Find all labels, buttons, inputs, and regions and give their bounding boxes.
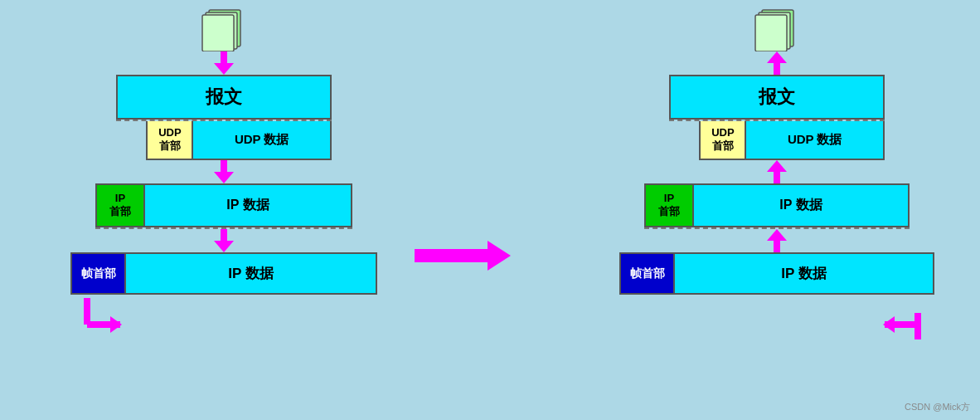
udp-header-left: UDP 首部 (148, 121, 193, 159)
svg-marker-25 (883, 316, 895, 333)
arrow-up-2-right (764, 160, 790, 183)
svg-marker-8 (214, 241, 234, 252)
svg-marker-6 (214, 172, 234, 183)
frame-data-left: IP 数据 (126, 254, 376, 293)
baoweng-layer-left: 报文 (116, 75, 332, 120)
ip-data-left-top: IP 数据 (145, 185, 351, 226)
svg-marker-19 (767, 160, 787, 172)
ip-header-right: IP 首部 (646, 185, 694, 226)
frame-header-right: 帧首部 (621, 254, 675, 293)
arrow-down-3-left (211, 229, 237, 252)
frame-layer-right: 帧首部 IP 数据 (619, 252, 934, 295)
bend-arrow-left (70, 298, 129, 339)
udp-data-right: UDP 数据 (746, 121, 883, 159)
svg-marker-11 (110, 316, 122, 333)
baoweng-layer-right: 报文 (669, 75, 885, 120)
svg-marker-17 (767, 51, 787, 63)
arrow-down-2-left (211, 160, 237, 183)
svg-marker-21 (767, 229, 787, 241)
svg-marker-4 (214, 63, 234, 75)
svg-rect-16 (755, 15, 787, 51)
doc-icon-right (754, 8, 800, 51)
arrow-up-1-right (764, 51, 790, 75)
svg-marker-13 (488, 241, 511, 271)
ip-header-left: IP 首部 (97, 185, 145, 226)
ip-layer-left: IP 首部 IP 数据 (95, 183, 352, 227)
arrow-down-1-left (211, 51, 237, 75)
svg-rect-12 (415, 249, 488, 262)
ip-data-right-top: IP 数据 (694, 185, 908, 226)
doc-icon-left (201, 8, 247, 51)
bend-arrow-right (876, 298, 934, 339)
udp-layer-right: UDP 首部 UDP 数据 (699, 121, 885, 160)
watermark: CSDN @Mick方 (905, 401, 970, 413)
frame-data-right: IP 数据 (675, 254, 933, 293)
svg-rect-2 (202, 15, 234, 51)
middle-arrow (415, 241, 514, 274)
frame-header-left: 帧首部 (72, 254, 126, 293)
udp-data-left: UDP 数据 (193, 121, 330, 159)
udp-header-right: UDP 首部 (701, 121, 746, 159)
arrow-up-3-right (764, 229, 790, 252)
frame-layer-left: 帧首部 IP 数据 (70, 252, 377, 295)
ip-layer-right: IP 首部 IP 数据 (644, 183, 910, 227)
udp-layer-left: UDP 首部 UDP 数据 (146, 121, 332, 160)
